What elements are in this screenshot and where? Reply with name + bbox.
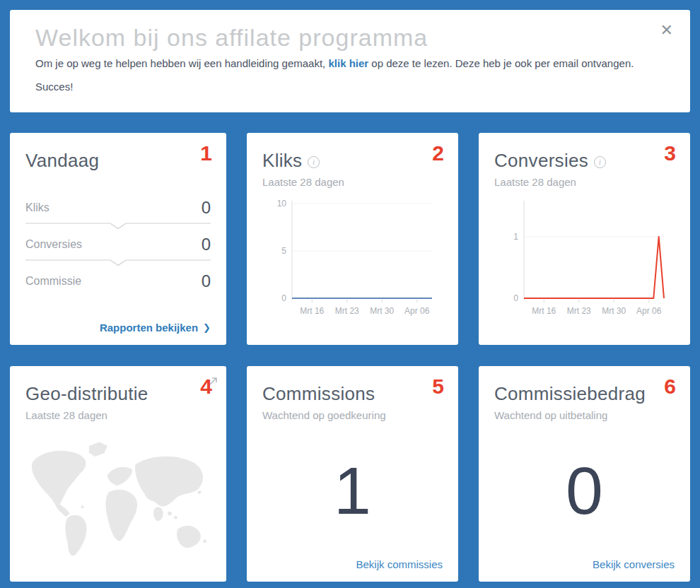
card-number-badge: 1 bbox=[200, 141, 212, 165]
welcome-title: Welkom bij ons affilate programma bbox=[35, 24, 665, 52]
card-number-badge: 3 bbox=[664, 141, 676, 165]
card-number-badge: 5 bbox=[432, 375, 444, 399]
kliks-line-chart[interactable]: 0510Mrt 16Mrt 23Mrt 30Apr 06 bbox=[269, 195, 436, 318]
card-commissions: 5 Commissions Wachtend op goedkeuring 1 … bbox=[247, 366, 458, 582]
card-title-commissiebedrag: Commissiebedrag bbox=[494, 383, 675, 405]
divider-chevron bbox=[25, 259, 211, 266]
bekijk-commissies-label: Bekijk commissies bbox=[356, 558, 443, 570]
divider-chevron bbox=[25, 223, 211, 230]
card-subtitle: Laatste 28 dagen bbox=[262, 176, 443, 188]
card-title-kliks: Kliks i bbox=[262, 150, 443, 172]
svg-text:Mrt 30: Mrt 30 bbox=[602, 306, 626, 316]
card-title-vandaag: Vandaag bbox=[25, 150, 211, 172]
welcome-text-before: Om je op weg te helpen hebben wij een ha… bbox=[35, 57, 328, 69]
svg-text:0: 0 bbox=[281, 293, 286, 303]
svg-text:5: 5 bbox=[281, 246, 286, 256]
stat-value: 0 bbox=[202, 235, 211, 254]
info-icon[interactable]: i bbox=[594, 156, 606, 168]
stat-label: Kliks bbox=[25, 201, 49, 214]
card-subtitle: Laatste 28 dagen bbox=[494, 176, 675, 188]
conversies-line-chart[interactable]: 01Mrt 16Mrt 23Mrt 30Apr 06 bbox=[501, 195, 668, 318]
welcome-signoff: Succes! bbox=[35, 81, 665, 93]
commissiebedrag-count: 0 bbox=[494, 414, 675, 568]
card-subtitle: Laatste 28 dagen bbox=[25, 409, 211, 421]
svg-text:Mrt 23: Mrt 23 bbox=[334, 306, 358, 316]
welcome-text: Om je op weg te helpen hebben wij een ha… bbox=[35, 57, 665, 69]
card-number-badge: 2 bbox=[432, 141, 444, 165]
svg-text:10: 10 bbox=[276, 199, 286, 208]
stat-row-conversies: Conversies 0 bbox=[25, 230, 211, 259]
stat-row-kliks: Kliks 0 bbox=[25, 193, 211, 223]
svg-text:Mrt 30: Mrt 30 bbox=[370, 306, 394, 316]
card-geo-distributie: 4 Geo-distributie Laatste 28 dagen bbox=[10, 366, 226, 582]
card-title-text: Kliks bbox=[262, 150, 302, 172]
svg-text:Apr 06: Apr 06 bbox=[404, 306, 430, 316]
bekijk-conversies-link[interactable]: Bekijk conversies bbox=[593, 558, 675, 570]
card-kliks: 2 Kliks i Laatste 28 dagen 0510Mrt 16Mrt… bbox=[247, 133, 458, 345]
stat-value: 0 bbox=[202, 271, 211, 291]
svg-text:0: 0 bbox=[513, 293, 518, 303]
card-number-badge: 4 bbox=[200, 375, 212, 399]
manual-link[interactable]: klik hier bbox=[328, 57, 368, 69]
card-title-text: Conversies bbox=[494, 150, 588, 172]
card-commissiebedrag: 6 Commissiebedrag Wachtend op uitbetalin… bbox=[479, 366, 690, 582]
svg-text:Apr 06: Apr 06 bbox=[636, 306, 662, 316]
card-title-conversies: Conversies i bbox=[494, 150, 675, 172]
conversies-chart-area: 01Mrt 16Mrt 23Mrt 30Apr 06 bbox=[494, 195, 675, 318]
bekijk-conversies-label: Bekijk conversies bbox=[593, 558, 675, 570]
stat-label: Conversies bbox=[25, 238, 82, 251]
card-number-badge: 6 bbox=[664, 375, 676, 399]
geo-map-area bbox=[25, 428, 211, 568]
rapporten-bekijken-link[interactable]: Rapporten bekijken ❯ bbox=[100, 322, 211, 334]
chevron-right-icon: ❯ bbox=[203, 322, 211, 333]
card-title-commissions: Commissions bbox=[262, 383, 443, 405]
svg-text:Mrt 23: Mrt 23 bbox=[566, 306, 590, 316]
svg-text:1: 1 bbox=[513, 232, 518, 242]
card-conversies: 3 Conversies i Laatste 28 dagen 01Mrt 16… bbox=[479, 133, 690, 345]
svg-text:Mrt 16: Mrt 16 bbox=[300, 306, 324, 316]
stat-row-commissie: Commissie 0 bbox=[25, 266, 211, 296]
close-icon[interactable]: ✕ bbox=[659, 21, 675, 40]
bekijk-commissies-link[interactable]: Bekijk commissies bbox=[356, 558, 443, 570]
dashboard-page: ✕ Welkom bij ons affilate programma Om j… bbox=[0, 0, 700, 588]
card-title-geo: Geo-distributie bbox=[25, 383, 211, 405]
rapporten-bekijken-label: Rapporten bekijken bbox=[100, 322, 198, 334]
world-map bbox=[25, 433, 211, 564]
stat-label: Commissie bbox=[25, 275, 81, 288]
welcome-text-after: op deze te lezen. Deze heb je ook per em… bbox=[368, 57, 634, 69]
stat-value: 0 bbox=[202, 198, 211, 218]
card-vandaag: 1 Vandaag Kliks 0 Conversies 0 Com bbox=[10, 133, 226, 345]
today-stats: Kliks 0 Conversies 0 Commissie 0 bbox=[25, 193, 211, 296]
widget-grid: 1 Vandaag Kliks 0 Conversies 0 Com bbox=[10, 133, 690, 582]
info-icon[interactable]: i bbox=[308, 156, 320, 168]
kliks-chart-area: 0510Mrt 16Mrt 23Mrt 30Apr 06 bbox=[262, 195, 443, 318]
svg-text:Mrt 16: Mrt 16 bbox=[532, 306, 556, 316]
welcome-banner: ✕ Welkom bij ons affilate programma Om j… bbox=[10, 10, 690, 112]
commissions-count: 1 bbox=[262, 414, 443, 568]
